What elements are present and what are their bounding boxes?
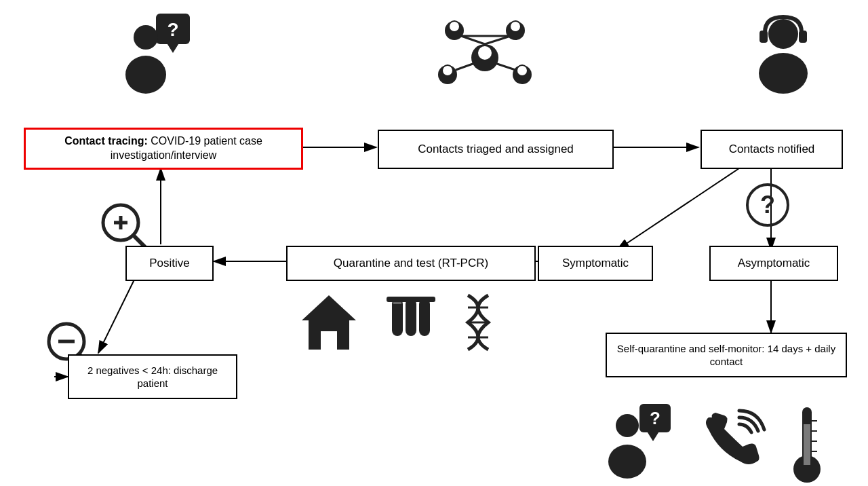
svg-rect-33 — [799, 31, 807, 43]
self-quarantine-label: Self-quarantine and self-monitor: 14 day… — [614, 342, 839, 369]
discharge-box: 2 negatives < 24h: discharge patient — [68, 354, 237, 399]
contact-tracing-label: Contact tracing: COVID-19 patient case i… — [33, 134, 294, 163]
svg-point-31 — [768, 19, 798, 49]
quarantine-test-box: Quarantine and test (RT-PCR) — [286, 246, 536, 281]
quarantine-test-label: Quarantine and test (RT-PCR) — [334, 256, 488, 271]
svg-line-21 — [461, 36, 485, 44]
contacts-notified-box: Contacts notified — [701, 130, 843, 169]
svg-marker-12 — [166, 42, 180, 53]
contacts-triaged-label: Contacts triaged and assigned — [418, 142, 574, 157]
network-icon — [434, 10, 536, 98]
contact-tracing-box: Contact tracing: COVID-19 patient case i… — [24, 128, 303, 170]
contacts-triaged-box: Contacts triaged and assigned — [378, 130, 614, 169]
svg-line-3 — [617, 168, 739, 250]
question-circle-icon: ? — [746, 183, 790, 227]
svg-point-34 — [759, 53, 808, 94]
svg-text:?: ? — [650, 408, 660, 428]
svg-text:?: ? — [167, 19, 178, 40]
svg-line-24 — [495, 63, 515, 70]
svg-point-14 — [134, 25, 158, 50]
svg-point-15 — [125, 56, 166, 94]
dna-icon — [454, 292, 502, 353]
svg-rect-48 — [406, 299, 416, 336]
contacts-notified-label: Contacts notified — [729, 142, 815, 157]
svg-point-29 — [517, 65, 528, 76]
diagram: ? — [0, 0, 868, 486]
positive-label: Positive — [149, 256, 190, 271]
svg-line-23 — [456, 63, 475, 70]
svg-point-26 — [449, 21, 460, 32]
svg-point-57 — [616, 414, 639, 437]
thermometer-icon — [783, 404, 831, 485]
positive-box: Positive — [125, 246, 214, 281]
svg-marker-55 — [646, 430, 660, 441]
interview-icon: ? — [119, 14, 193, 95]
svg-rect-61 — [804, 424, 810, 465]
svg-point-28 — [442, 65, 453, 76]
house-icon — [298, 292, 359, 353]
self-quarantine-box: Self-quarantine and self-monitor: 14 day… — [606, 333, 847, 377]
test-tubes-icon — [380, 292, 441, 353]
headset-icon — [746, 14, 821, 95]
person-question-icon: ? — [607, 404, 675, 479]
svg-rect-49 — [419, 299, 430, 336]
svg-rect-32 — [760, 31, 768, 43]
svg-line-9 — [98, 277, 136, 353]
svg-point-27 — [510, 21, 521, 32]
svg-rect-50 — [387, 297, 435, 302]
svg-text:?: ? — [760, 191, 775, 219]
svg-point-30 — [477, 45, 492, 60]
phone-signal-icon — [698, 407, 766, 475]
svg-rect-45 — [321, 331, 337, 350]
asymptomatic-box: Asymptomatic — [709, 246, 838, 281]
discharge-label: 2 negatives < 24h: discharge patient — [76, 364, 229, 390]
asymptomatic-label: Asymptomatic — [738, 256, 810, 271]
symptomatic-label: Symptomatic — [562, 256, 629, 271]
svg-point-58 — [608, 445, 646, 479]
symptomatic-box: Symptomatic — [538, 246, 653, 281]
svg-rect-46 — [392, 299, 403, 336]
svg-line-22 — [485, 36, 511, 44]
